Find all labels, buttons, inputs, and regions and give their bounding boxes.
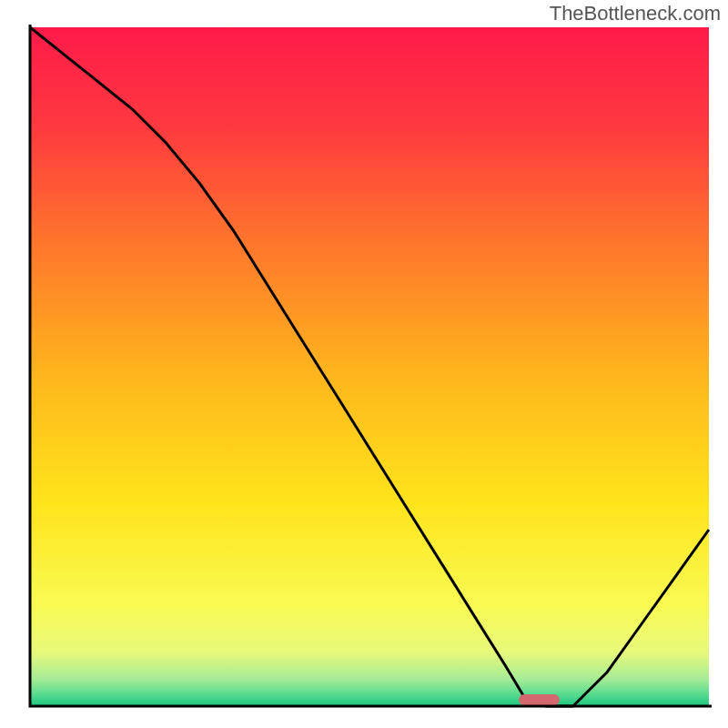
bottleneck-chart: [0, 0, 728, 728]
optimal-range-marker: [519, 694, 560, 705]
watermark-text: TheBottleneck.com: [550, 2, 721, 25]
chart-container: TheBottleneck.com: [0, 0, 728, 728]
plot-area: [30, 27, 709, 706]
